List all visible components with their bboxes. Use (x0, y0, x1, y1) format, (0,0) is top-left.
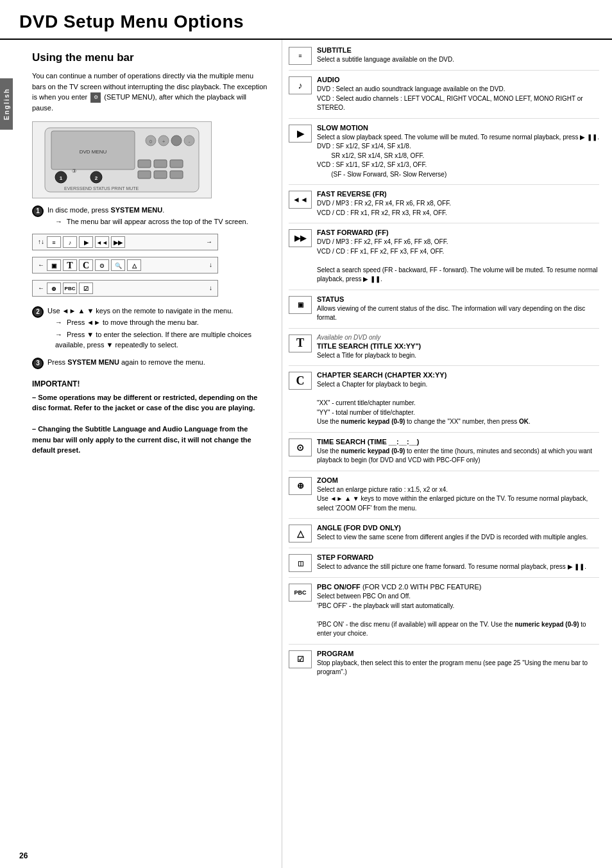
fast-reverse-icon: ◄◄ (289, 191, 312, 209)
menu-bar-row-2: ← ▣ T C ⊙ 🔍 △ ↓ (32, 257, 269, 276)
intro-text-content: You can continue a number of operations … (32, 72, 267, 112)
svg-rect-16 (154, 160, 167, 168)
subtitle-desc: Select a subtitle language available on … (317, 55, 599, 65)
step-1-number: 1 (32, 205, 44, 217)
chapter-search-icon: C (289, 372, 312, 390)
menu-item-fast-reverse: ◄◄ FAST REVERSE (FR) DVD / MP3 : FR x2, … (289, 190, 599, 223)
page-title: DVD Setup Menu Options (19, 12, 593, 32)
pbc-title: PBC ON/OFF (for VCD 2.0 with PBC feature… (317, 583, 599, 591)
setup-menu-icon: ⚙ (90, 92, 101, 103)
program-title: PROGRAM (317, 650, 599, 657)
menu-item-zoom: ⊕ ZOOM Select an enlarge picture ratio :… (289, 476, 599, 519)
device-image: DVD MENU 0 + - 1 ③ 2 (32, 121, 212, 198)
menu-item-step-forward: ◫ STEP FORWARD Select to advance the sti… (289, 553, 599, 578)
step-3-number: 3 (32, 358, 44, 369)
time-search-icon: ⊙ (289, 438, 312, 456)
svg-rect-15 (138, 160, 151, 168)
arrow-icon-2: → (55, 317, 62, 328)
menu-item-subtitle: ≡ SUBTITLE Select a subtitle language av… (289, 46, 599, 71)
status-icon: ▣ (289, 296, 312, 314)
fast-forward-title: FAST FORWARD (FF) (317, 229, 599, 236)
important-text-1: – Some operations may be different or re… (32, 392, 262, 456)
svg-text:③: ③ (72, 168, 76, 174)
menu-item-slow-motion: ▶ SLOW MOTION Select a slow playback spe… (289, 124, 599, 186)
step-forward-content: STEP FORWARD Select to advance the still… (317, 553, 599, 572)
fast-reverse-desc: DVD / MP3 : FR x2, FR x4, FR x6, FR x8, … (317, 199, 599, 218)
menu-bar-1: ↑↓ ≡ ♪ ▶ ◄◄ ▶▶ → (32, 234, 218, 250)
time-search-desc: Use the numeric keypad (0-9) to enter th… (317, 447, 599, 465)
zoom-title: ZOOM (317, 476, 599, 484)
audio-title: AUDIO (317, 76, 599, 83)
zoom-desc: Select an enlarge picture ratio : x1.5, … (317, 485, 599, 514)
zoom-content: ZOOM Select an enlarge picture ratio : x… (317, 476, 599, 514)
menu-item-pbc: PBC PBC ON/OFF (for VCD 2.0 with PBC fea… (289, 583, 599, 645)
step-2: 2 Use ◄► ▲ ▼ keys on the remote to navig… (32, 306, 269, 351)
fast-reverse-title: FAST REVERSE (FR) (317, 190, 599, 198)
step-3-bold: SYSTEM MENU (67, 358, 119, 366)
step-1-text: In disc mode, press SYSTEM MENU. → The m… (47, 205, 269, 227)
subtitle-icon: ≡ (289, 47, 312, 65)
title-bar: DVD Setup Menu Options (0, 0, 612, 40)
time-search-title: TIME SEARCH (TIME __:__:__) (317, 438, 599, 446)
svg-text:DVD MENU: DVD MENU (80, 149, 107, 155)
menu-bar-row-1: ↑↓ ≡ ♪ ▶ ◄◄ ▶▶ → (32, 234, 269, 253)
angle-title: ANGLE (for DVD only) (317, 524, 599, 532)
svg-rect-18 (138, 171, 151, 178)
menu-bar-2: ← ▣ T C ⊙ 🔍 △ ↓ (32, 257, 218, 273)
menu-item-time-search: ⊙ TIME SEARCH (TIME __:__:__) Use the nu… (289, 438, 599, 471)
title-search-icon: T (289, 334, 312, 352)
title-search-content: Available on DVD only TITLE SEARCH (TITL… (317, 334, 599, 361)
fast-forward-content: FAST FORWARD (FF) DVD / MP3 : FF x2, FF … (317, 229, 599, 284)
section-title: Using the menu bar (32, 51, 269, 64)
slow-motion-desc: Select a slow playback speed. The volume… (317, 133, 599, 180)
angle-content: ANGLE (for DVD only) Select to view the … (317, 524, 599, 542)
left-column: English Using the menu bar You can conti… (0, 40, 282, 868)
title-search-title: TITLE SEARCH (TITLE XX:YY") (317, 342, 599, 350)
menu-item-angle: △ ANGLE (for DVD only) Select to view th… (289, 524, 599, 548)
svg-rect-19 (154, 171, 167, 178)
main-content: English Using the menu bar You can conti… (0, 40, 612, 868)
svg-rect-17 (170, 160, 183, 168)
subtitle-content: SUBTITLE Select a subtitle language avai… (317, 46, 599, 65)
step-2-number: 2 (32, 306, 44, 318)
svg-text:+: + (162, 139, 166, 144)
status-title: STATUS (317, 295, 599, 303)
pbc-desc: Select between PBC On and Off. 'PBC OFF'… (317, 592, 599, 639)
menu-bars-area: ↑↓ ≡ ♪ ▶ ◄◄ ▶▶ → ← ▣ T C (32, 234, 269, 299)
device-svg: DVD MENU 0 + - 1 ③ 2 (38, 125, 205, 195)
step-forward-icon: ◫ (289, 554, 312, 572)
step-1: 1 In disc mode, press SYSTEM MENU. → The… (32, 205, 269, 227)
chapter-search-desc: Select a Chapter for playback to begin. … (317, 380, 599, 427)
status-desc: Allows viewing of the current status of … (317, 304, 599, 323)
subtitle-title: SUBTITLE (317, 46, 599, 54)
step-1-bold: SYSTEM MENU (110, 206, 162, 214)
menu-bar-3: ← ⊕ PBC ☑ ↓ (32, 280, 218, 297)
step-3: 3 Press SYSTEM MENU again to remove the … (32, 357, 269, 369)
svg-text:-: - (189, 139, 191, 144)
step-forward-desc: Select to advance the still picture one … (317, 562, 599, 572)
slow-motion-icon: ▶ (289, 125, 312, 143)
svg-text:0: 0 (149, 139, 152, 144)
important-box: IMPORTANT! – Some operations may be diff… (32, 379, 262, 456)
page: DVD Setup Menu Options English Using the… (0, 0, 612, 868)
svg-text:EVERSSEND  STATUS  PRINT  MUTE: EVERSSEND STATUS PRINT MUTE (64, 186, 139, 191)
chapter-search-title: CHAPTER SEARCH (CHAPTER XX:YY) (317, 371, 599, 379)
right-column: ≡ SUBTITLE Select a subtitle language av… (282, 40, 612, 868)
menu-bar-row-3: ← ⊕ PBC ☑ ↓ (32, 280, 269, 299)
slow-motion-title: SLOW MOTION (317, 124, 599, 132)
step-2-text: Use ◄► ▲ ▼ keys on the remote to navigat… (47, 306, 269, 351)
menu-item-audio: ♪ AUDIO DVD : Select an audio soundtrack… (289, 76, 599, 119)
chapter-search-content: CHAPTER SEARCH (CHAPTER XX:YY) Select a … (317, 371, 599, 427)
time-search-content: TIME SEARCH (TIME __:__:__) Use the nume… (317, 438, 599, 465)
svg-point-7 (171, 135, 182, 146)
angle-desc: Select to view the same scene from diffe… (317, 533, 599, 542)
fast-reverse-content: FAST REVERSE (FR) DVD / MP3 : FR x2, FR … (317, 190, 599, 218)
step-2-sub-1: → Press ◄► to move through the menu bar. (55, 317, 269, 328)
menu-item-program: ☑ PROGRAM Stop playback, then select thi… (289, 650, 599, 682)
menu-item-fast-forward: ▶▶ FAST FORWARD (FF) DVD / MP3 : FF x2, … (289, 229, 599, 290)
svg-text:2: 2 (95, 175, 98, 181)
menu-item-status: ▣ STATUS Allows viewing of the current s… (289, 295, 599, 329)
svg-text:1: 1 (60, 175, 63, 181)
step-forward-title: STEP FORWARD (317, 553, 599, 561)
step-2-sub-2: → Press ▼ to enter the selection. If the… (55, 329, 269, 351)
